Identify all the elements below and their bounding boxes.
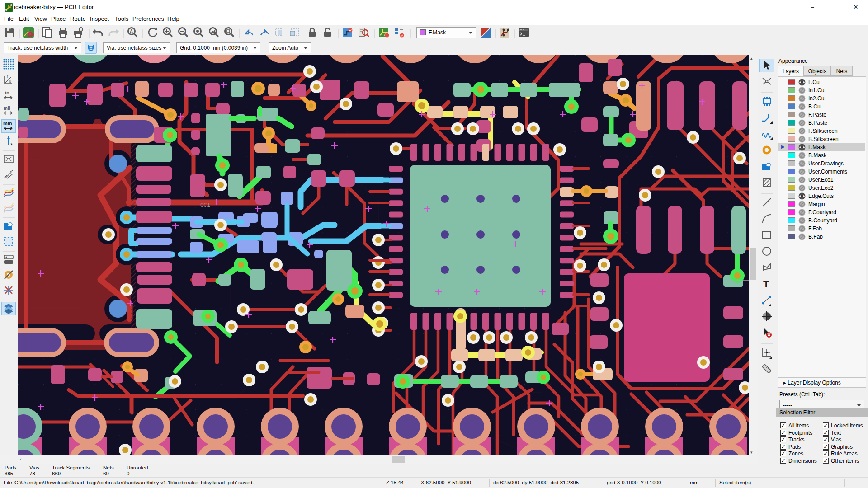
svg-text:mm: mm [3,121,12,126]
svg-text:T: T [763,278,769,290]
svg-text:A: A [130,29,133,34]
svg-text:r: r [7,74,8,79]
svg-text:in: in [5,90,9,95]
svg-text:CC1: CC1 [200,202,210,209]
svg-text:mil: mil [4,106,10,111]
svg-text:θ: θ [9,79,11,84]
